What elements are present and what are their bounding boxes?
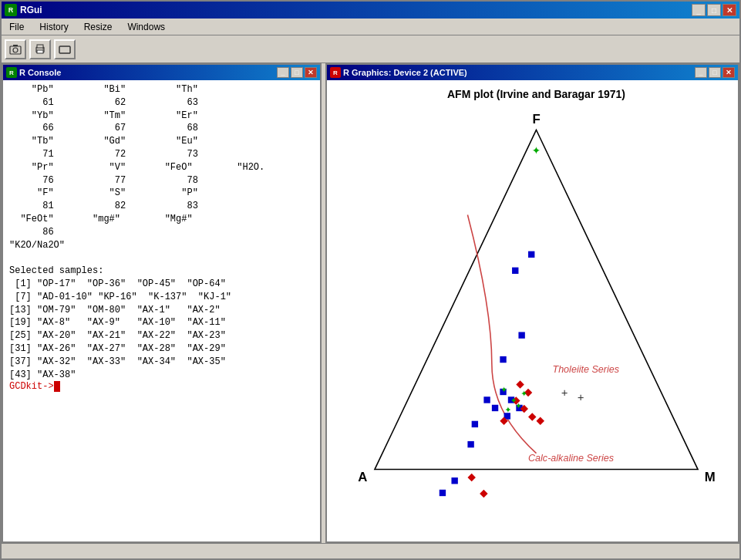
green-star-5: ✦ [515, 400, 522, 412]
close-button[interactable]: ✕ [722, 4, 736, 16]
console-line-21: [31] "AX-26" "AX-27" "AX-28" "AX-29" [9, 342, 314, 356]
camera-icon [9, 43, 22, 56]
red-dia-8 [480, 490, 487, 498]
menu-history[interactable]: History [35, 20, 72, 34]
blue-sq-7 [440, 490, 446, 496]
dividing-curve [467, 214, 536, 453]
console-line-4: 66 67 68 [9, 122, 314, 135]
graphics-title-bar: R R Graphics: Device 2 (ACTIVE) _ □ ✕ [327, 65, 738, 80]
console-line-3: "Yb" "Tm" "Er" [9, 110, 314, 123]
graphics-minimize-button[interactable]: _ [695, 67, 707, 78]
plus-1: + [561, 387, 568, 400]
green-star-3: ✦ [520, 387, 527, 400]
console-line-19: [19] "AX-8" "AX-9" "AX-10" "AX-11" [9, 316, 314, 329]
title-bar-left: R RGui [5, 4, 42, 16]
print-icon [34, 43, 46, 56]
blue-sq-3 [483, 396, 490, 403]
console-icon: R [6, 67, 17, 78]
console-line-12: 86 [9, 226, 314, 239]
plot-title: AFM plot (Irvine and Baragar 1971) [342, 88, 730, 100]
blue-sq-9 [512, 268, 518, 274]
content-area: R R Console _ □ ✕ "Pb" "Bi" "Th" 61 62 6… [2, 63, 739, 558]
console-line-5: "Tb" "Gd" "Eu" [9, 135, 314, 148]
graphics-title: R Graphics: Device 2 (ACTIVE) [343, 68, 467, 77]
blue-sq-cluster-3 [492, 405, 498, 411]
menu-windows[interactable]: Windows [123, 20, 170, 34]
graphics-icon: R [330, 67, 341, 78]
menu-file[interactable]: File [5, 20, 29, 34]
console-line-20: [25] "AX-20" "AX-21" "AX-22" "AX-23" [9, 329, 314, 342]
console-line-14 [9, 251, 314, 265]
console-content[interactable]: "Pb" "Bi" "Th" 61 62 63 "Yb" "Tm" "Er" 6… [3, 80, 320, 541]
console-line-2: 61 62 63 [9, 96, 314, 110]
toolbar-camera-button[interactable] [5, 39, 26, 59]
rgui-icon: R [5, 4, 17, 16]
blue-sq-6 [451, 477, 457, 484]
graphics-close-button[interactable]: ✕ [722, 67, 735, 78]
console-line-16: [1] "OP-17" "OP-36" "OP-45" "OP-64" [9, 278, 314, 291]
graphics-controls: _ □ ✕ [695, 67, 735, 78]
console-line-10: 81 82 83 [9, 200, 314, 213]
svg-point-6 [42, 48, 44, 49]
blue-sq-1 [518, 332, 524, 338]
svg-rect-4 [37, 45, 43, 48]
title-controls: _ □ ✕ [692, 4, 736, 16]
console-line-17: [7] "AD-01-10" "KP-16" "K-137" "KJ-1" [9, 291, 314, 304]
red-dia-9 [537, 417, 544, 424]
blue-sq-2 [500, 356, 506, 363]
red-dia-5 [528, 413, 536, 420]
rgui-title: RGui [20, 5, 42, 15]
svg-rect-5 [37, 50, 43, 53]
console-line-15: Selected samples: [9, 265, 314, 278]
console-prompt: GCDkit-> [9, 381, 314, 392]
minimize-button[interactable]: _ [692, 4, 706, 16]
main-title-bar: R RGui _ □ ✕ [2, 2, 739, 19]
console-window: R R Console _ □ ✕ "Pb" "Bi" "Th" 61 62 6… [2, 63, 322, 543]
afm-svg: F A M ✦ Tholeiite Series Calc-alkaline S… [342, 104, 730, 511]
calc-alkaline-label: Calc-alkaline Series [528, 453, 615, 464]
console-maximize-button[interactable]: □ [291, 67, 303, 78]
menu-bar: File History Resize Windows [2, 19, 739, 35]
f-star-marker: ✦ [532, 142, 541, 159]
toolbar [2, 35, 739, 63]
console-line-11: "FeOt" "mg#" "Mg#" [9, 213, 314, 226]
console-line-6: 71 72 73 [9, 148, 314, 161]
rgui-window: R RGui _ □ ✕ File History Resize Windows [0, 0, 741, 560]
blue-sq-8 [528, 251, 534, 258]
red-dia-7 [467, 474, 475, 481]
console-line-18: [13] "OM-79" "OM-80" "AX-1" "AX-2" [9, 304, 314, 317]
afm-plot: AFM plot (Irvine and Baragar 1971) F A M… [342, 88, 730, 518]
console-minimize-button[interactable]: _ [277, 67, 289, 78]
svg-point-1 [13, 48, 18, 52]
blue-sq-5 [467, 441, 473, 447]
green-star-4: ✦ [504, 403, 511, 416]
console-line-13: "K2O/Na2O" [9, 239, 314, 252]
graphics-content: AFM plot (Irvine and Baragar 1971) F A M… [327, 80, 738, 541]
vertex-f-label: F [532, 112, 540, 127]
graphics-window: R R Graphics: Device 2 (ACTIVE) _ □ ✕ AF… [325, 63, 739, 543]
console-title-bar: R R Console _ □ ✕ [3, 65, 320, 80]
console-line-8: 76 77 78 [9, 174, 314, 187]
tholeiite-label: Tholeiite Series [552, 364, 619, 375]
graphics-maximize-button[interactable]: □ [709, 67, 721, 78]
svg-rect-7 [59, 46, 70, 53]
taskbar [2, 543, 739, 558]
cursor [54, 381, 60, 392]
blue-sq-4 [472, 421, 478, 427]
console-line-22: [37] "AX-32" "AX-33" "AX-34" "AX-35" [9, 356, 314, 369]
console-line-1: "Pb" "Bi" "Th" [9, 83, 314, 96]
svg-marker-8 [375, 130, 698, 469]
console-controls: _ □ ✕ [277, 67, 317, 78]
graphics-title-left: R R Graphics: Device 2 (ACTIVE) [330, 67, 467, 78]
maximize-button[interactable]: □ [707, 4, 721, 16]
console-line-23: [43] "AX-38" [9, 369, 314, 382]
toolbar-print-button[interactable] [29, 39, 51, 59]
menu-resize[interactable]: Resize [79, 20, 117, 34]
console-close-button[interactable]: ✕ [305, 67, 317, 78]
green-star-1: ✦ [500, 383, 507, 396]
rect-icon [59, 43, 71, 56]
svg-rect-2 [13, 45, 18, 46]
console-title-left: R R Console [6, 67, 61, 78]
toolbar-rect-button[interactable] [54, 39, 76, 59]
console-title: R Console [19, 68, 61, 77]
